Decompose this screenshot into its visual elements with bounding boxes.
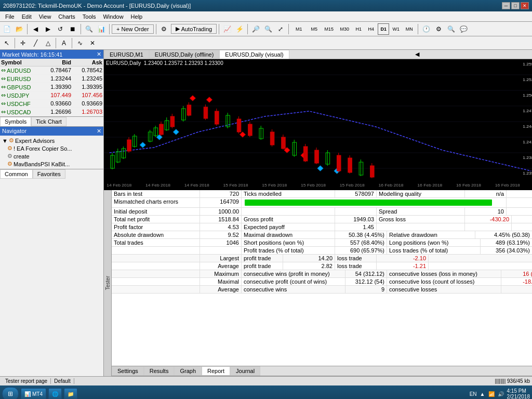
- tb-refresh[interactable]: ↺: [55, 23, 66, 35]
- tb-chart-type[interactable]: 📈: [221, 23, 233, 35]
- tb-search[interactable]: 🔍: [445, 23, 457, 35]
- draw-sep2: [56, 38, 56, 48]
- tester-tab-graph[interactable]: Graph: [174, 366, 202, 376]
- profit-trades-label: Profit trades (% of total): [242, 247, 335, 254]
- tb-profiles[interactable]: 📊: [96, 23, 107, 35]
- close-button[interactable]: ✕: [521, 2, 529, 9]
- tester-tab-results[interactable]: Results: [144, 366, 175, 376]
- svg-text:15 Feb 2018: 15 Feb 2018: [301, 183, 326, 188]
- taskbar-folder[interactable]: 📁: [64, 388, 77, 399]
- mw-row-usdcad[interactable]: ⇔ USDCAD 1.26696 1.26703: [0, 108, 103, 116]
- mw-row-gbpusd[interactable]: ⇔ GBPUSD 1.39390 1.39395: [0, 83, 103, 91]
- avg-profit-trade-value: 2.82: [283, 262, 335, 270]
- nav-ea-item1[interactable]: ⚙ ! EA Forex Copier So...: [1, 144, 102, 152]
- menu-bar: File Edit View Charts Tools Window Help: [0, 11, 532, 22]
- tb-period-m5[interactable]: M5: [308, 23, 321, 35]
- title-bar: 2089731202: Tickmill-DemoUK - Demo Accou…: [0, 0, 532, 11]
- nav-tab-favorites[interactable]: Favorites: [33, 169, 65, 179]
- tb-fit[interactable]: ⤢: [275, 23, 286, 35]
- tb-expert-props[interactable]: ⚙: [158, 23, 170, 35]
- draw-objects[interactable]: △: [42, 37, 54, 49]
- navigator-close[interactable]: ✕: [97, 128, 101, 135]
- tb-period-h1[interactable]: H1: [353, 23, 364, 35]
- tb-settings[interactable]: ⚙: [433, 23, 444, 35]
- chart-canvas[interactable]: EURUSD,Daily 1.23400 1.23572 1.23293 1.2…: [104, 59, 532, 188]
- draw-delete[interactable]: ✕: [87, 37, 98, 49]
- mw-col-symbol: Symbol: [1, 59, 40, 65]
- tester-tab-settings[interactable]: Settings: [112, 366, 144, 376]
- tester-tab-report[interactable]: Report: [202, 366, 230, 376]
- menu-window[interactable]: Window: [100, 13, 126, 20]
- chart-tab-m1[interactable]: EURUSD,M1: [104, 50, 149, 59]
- row5-empty1: [377, 223, 465, 231]
- nav-ea2-label: create: [14, 153, 30, 159]
- nav-ea-item3[interactable]: ⚙ MavBandsPSI KaBit...: [1, 160, 102, 168]
- tb-forward[interactable]: ▶: [42, 23, 54, 35]
- navigator-title: Navigator: [2, 128, 26, 135]
- nav-expert-advisors[interactable]: ▼ ⚙ Expert Advisors: [1, 137, 102, 144]
- menu-view[interactable]: View: [36, 13, 55, 20]
- menu-file[interactable]: File: [2, 13, 18, 20]
- mw-row-audusd[interactable]: ⇔ AUDUSD 0.78467 0.78542: [0, 66, 103, 75]
- tb-zoom-in2[interactable]: 🔎: [250, 23, 261, 35]
- start-button[interactable]: ⊞: [2, 387, 19, 399]
- tb-sep8: [418, 24, 418, 34]
- tb-period-m15[interactable]: M15: [322, 23, 336, 35]
- minimize-button[interactable]: ─: [502, 2, 510, 9]
- main-content: Market Watch: 16:15:41 ✕ Symbol Bid Ask …: [0, 50, 532, 376]
- svg-text:14 Feb 2018: 14 Feb 2018: [145, 183, 170, 188]
- mw-bid-gbpusd: 1.39390: [40, 84, 71, 90]
- row8-empty1: [112, 247, 200, 254]
- taskbar-language: EN: [470, 391, 477, 397]
- tb-back[interactable]: ◀: [30, 23, 41, 35]
- tester-tab-journal[interactable]: Journal: [230, 366, 260, 376]
- chart-tab-daily-offline[interactable]: EURUSD,Daily (offline): [149, 50, 220, 59]
- taskbar-up-arrow[interactable]: ▲: [480, 391, 485, 397]
- tb-indicators[interactable]: ⚡: [234, 23, 245, 35]
- tb-period-mn[interactable]: MN: [403, 23, 416, 35]
- draw-fibo[interactable]: ∿: [74, 37, 86, 49]
- chart-tab-daily-visual[interactable]: EURUSD,Daily (visual): [219, 50, 289, 59]
- tb-new-chart[interactable]: 📄: [1, 23, 12, 35]
- new-order-button[interactable]: + New Order: [112, 24, 154, 34]
- mw-row-usdjpy[interactable]: ⇔ USDJPY 107.449 107.456: [0, 91, 103, 100]
- mw-row-eurusd[interactable]: ⇔ EURUSD 1.23244 1.23245: [0, 75, 103, 83]
- market-watch-close[interactable]: ✕: [97, 51, 101, 58]
- draw-text[interactable]: A: [58, 37, 70, 49]
- tester-side-label[interactable]: Tester: [104, 190, 112, 376]
- tb-open[interactable]: 📂: [14, 23, 25, 35]
- tb-time[interactable]: 🕐: [420, 23, 432, 35]
- nav-ea-item2[interactable]: ⚙ create: [1, 152, 102, 160]
- menu-tools[interactable]: Tools: [79, 13, 99, 20]
- draw-cursor[interactable]: ↖: [1, 37, 12, 49]
- tb-zoom-out[interactable]: 🔍: [262, 23, 274, 35]
- tb-zoom-in[interactable]: 🔍: [83, 23, 95, 35]
- auto-trading-button[interactable]: ▶ AutoTrading: [171, 24, 217, 34]
- taskbar-browser[interactable]: 🌐: [48, 388, 62, 399]
- chart-nav-prev[interactable]: ◀: [413, 50, 421, 59]
- tb-period-h4[interactable]: H4: [365, 23, 377, 35]
- draw-line[interactable]: ╱: [30, 37, 41, 49]
- nav-ea-expand: ▼: [2, 138, 8, 144]
- taskbar-mt4[interactable]: 📊 MT4: [21, 388, 46, 399]
- total-trades-value: 1046: [200, 239, 242, 246]
- tb-period-m30[interactable]: M30: [337, 23, 352, 35]
- consec-losses-value: 16 (-15.06): [501, 270, 532, 277]
- nav-tab-common[interactable]: Common: [0, 169, 33, 179]
- mw-tab-tick-chart[interactable]: Tick Chart: [31, 117, 66, 126]
- largest-label: Largest: [200, 255, 242, 262]
- tb-chat[interactable]: 💬: [458, 23, 469, 35]
- menu-charts[interactable]: Charts: [55, 13, 78, 20]
- nav-ea3-label: MavBandsPSI KaBit...: [14, 161, 70, 167]
- menu-help[interactable]: Help: [128, 13, 146, 20]
- avg-consec-losses-value: 4: [501, 286, 532, 293]
- tb-sep3: [109, 24, 110, 34]
- maximize-button[interactable]: □: [511, 2, 520, 9]
- tb-period-w1[interactable]: W1: [390, 23, 402, 35]
- draw-crosshair[interactable]: ✛: [17, 37, 29, 49]
- tb-stop[interactable]: ⏹: [67, 23, 78, 35]
- mw-row-usdchf[interactable]: ⇔ USDCHF 0.93660 0.93669: [0, 100, 103, 108]
- mw-tab-symbols[interactable]: Symbols: [0, 117, 31, 126]
- menu-edit[interactable]: Edit: [19, 13, 35, 20]
- tb-period-d1[interactable]: D1: [378, 23, 389, 35]
